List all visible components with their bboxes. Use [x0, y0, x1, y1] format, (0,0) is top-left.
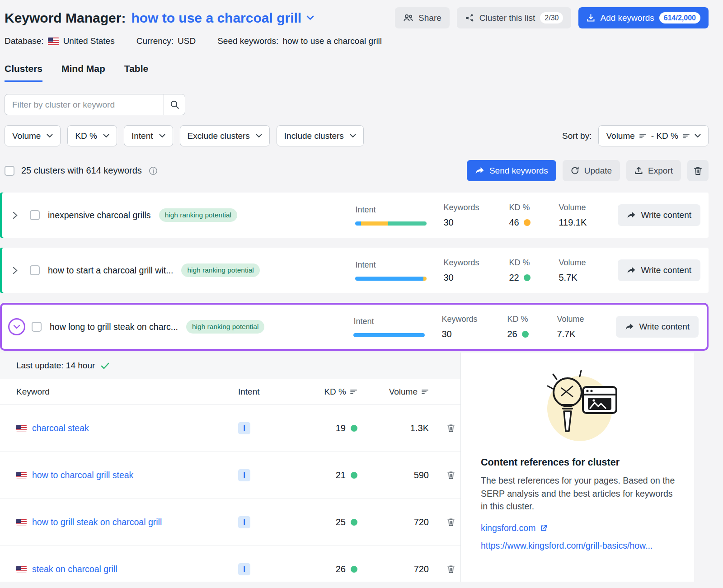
kd-label: KD %	[509, 203, 559, 212]
column-header-keyword[interactable]: Keyword	[16, 387, 238, 397]
currency-label: Currency:	[136, 36, 174, 46]
list-name-dropdown[interactable]: how to use a charcoal grill	[131, 10, 314, 26]
keyword-link[interactable]: how to grill steak on charcoal grill	[32, 517, 162, 527]
keyword-row: how to charcoal grill steak I 21 590	[0, 452, 460, 499]
chevron-down-icon	[350, 134, 356, 138]
intent-badge[interactable]: I	[238, 469, 250, 481]
references-description: The best references for your pages. Base…	[481, 474, 676, 513]
delete-keyword-button[interactable]	[445, 516, 457, 528]
intent-badge[interactable]: I	[238, 516, 250, 528]
page-header: Keyword Manager: how to use a charcoal g…	[5, 7, 709, 28]
tab-mind-map[interactable]: Mind Map	[61, 63, 105, 82]
delete-clusters-button[interactable]	[687, 160, 709, 181]
share-button[interactable]: Share	[395, 7, 450, 28]
select-all-checkbox[interactable]	[5, 166, 14, 176]
keywords-column: Keywords 30	[443, 203, 509, 228]
send-keywords-button[interactable]: Send keywords	[467, 160, 556, 181]
share-icon	[403, 14, 413, 22]
chevron-down-icon	[159, 134, 165, 138]
forward-arrow-icon	[627, 267, 636, 274]
content-references-panel: Content references for cluster The best …	[461, 353, 694, 582]
intent-badge[interactable]: I	[238, 422, 250, 434]
tab-clusters[interactable]: Clusters	[5, 63, 42, 82]
volume-column: Volume 119.1K	[559, 203, 615, 228]
kd-value: 46	[509, 217, 519, 228]
keyword-link[interactable]: charcoal steak	[32, 423, 89, 433]
cluster-list: inexpensive charcoal grills high ranking…	[0, 193, 723, 582]
search-button[interactable]	[164, 94, 185, 115]
sort-controls: Sort by: Volume - KD %	[562, 125, 709, 146]
update-button[interactable]: Update	[563, 160, 620, 181]
include-clusters-dropdown[interactable]: Include clusters	[277, 125, 364, 146]
delete-keyword-button[interactable]	[445, 422, 457, 434]
currency-value: USD	[178, 36, 196, 46]
keywords-label: Keywords	[441, 315, 507, 324]
delete-keyword-button[interactable]	[445, 563, 457, 575]
kd-dot	[524, 274, 531, 281]
kd-label: KD %	[507, 315, 557, 324]
cluster-name[interactable]: inexpensive charcoal grills	[48, 210, 151, 221]
kd-label: KD %	[509, 258, 559, 268]
chevron-right-icon	[13, 267, 18, 274]
cluster-filter-input[interactable]	[5, 94, 164, 115]
keyword-link[interactable]: steak on charcoal grill	[32, 564, 117, 574]
trash-icon	[447, 471, 455, 480]
info-icon[interactable]	[149, 166, 158, 175]
update-label: Update	[584, 166, 612, 176]
kd-dot	[351, 519, 357, 526]
write-content-button[interactable]: Write content	[616, 316, 699, 338]
intent-badge[interactable]: I	[238, 563, 250, 575]
bulk-action-bar: 25 clusters with 614 keywords Send keywo…	[5, 160, 709, 181]
database-meta: Database: United States	[5, 36, 115, 46]
cluster-row-selected: how long to grill steak on charc... high…	[0, 303, 709, 351]
exclude-clusters-label: Exclude clusters	[188, 131, 250, 141]
cluster-name[interactable]: how long to grill steak on charc...	[50, 322, 178, 332]
sort-dropdown[interactable]: Volume - KD %	[598, 125, 709, 146]
export-label: Export	[648, 166, 673, 176]
search-icon	[170, 100, 179, 109]
last-update-text: Last update: 14 hour	[16, 361, 95, 371]
column-header-intent[interactable]: Intent	[238, 387, 289, 397]
refresh-icon	[571, 166, 579, 175]
volume-label: Volume	[557, 315, 613, 324]
expand-cluster-button[interactable]	[0, 193, 30, 238]
cluster-name[interactable]: how to start a charcoal grill wit...	[48, 265, 173, 276]
sort-bars-icon	[422, 389, 429, 395]
write-content-button[interactable]: Write content	[618, 204, 700, 226]
kd-dot	[524, 219, 531, 226]
write-content-button[interactable]: Write content	[618, 259, 700, 281]
delete-keyword-button[interactable]	[445, 469, 457, 481]
cluster-this-list-button[interactable]: Cluster this list 2/30	[457, 7, 572, 28]
column-header-kd[interactable]: KD %	[289, 387, 357, 397]
keywords-column: Keywords 30	[441, 315, 507, 339]
cluster-checkbox[interactable]	[32, 322, 42, 332]
add-keywords-button[interactable]: Add keywords 614/2,000	[578, 7, 709, 28]
kd-dot	[351, 425, 357, 432]
column-header-volume[interactable]: Volume	[357, 387, 429, 397]
last-update-bar: Last update: 14 hour	[0, 353, 460, 379]
kd-column: KD % 22	[509, 258, 559, 283]
volume-filter-dropdown[interactable]: Volume	[5, 125, 61, 146]
export-button[interactable]: Export	[626, 160, 681, 181]
intent-filter-dropdown[interactable]: Intent	[124, 125, 173, 146]
intent-column: Intent	[355, 205, 443, 226]
keyword-link[interactable]: how to charcoal grill steak	[32, 470, 133, 480]
tab-table[interactable]: Table	[124, 63, 148, 82]
volume-value: 5.7K	[559, 273, 615, 283]
exclude-clusters-dropdown[interactable]: Exclude clusters	[180, 125, 270, 146]
keywords-count-badge: 614/2,000	[659, 12, 700, 24]
database-value: United States	[63, 36, 115, 46]
cluster-checkbox[interactable]	[30, 210, 40, 220]
reference-domain-link[interactable]: kingsford.com	[481, 523, 535, 533]
sort-primary-value: Volume	[606, 131, 634, 141]
collapse-cluster-button[interactable]	[2, 305, 32, 349]
references-illustration	[481, 367, 676, 446]
chevron-right-icon	[13, 212, 18, 219]
reference-url-link[interactable]: https://www.kingsford.com/grill-basics/h…	[481, 541, 676, 551]
keywords-label: Keywords	[443, 203, 509, 212]
keywords-value: 30	[443, 273, 509, 283]
cluster-checkbox[interactable]	[30, 265, 40, 275]
expand-cluster-button[interactable]	[0, 248, 30, 293]
chevron-down-icon	[103, 134, 109, 138]
kd-filter-dropdown[interactable]: KD %	[67, 125, 117, 146]
